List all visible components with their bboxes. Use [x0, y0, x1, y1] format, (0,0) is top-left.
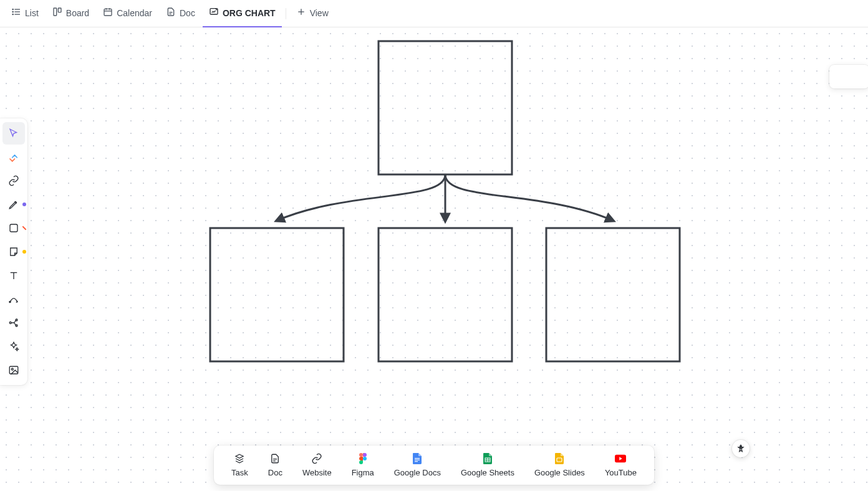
svg-point-25 [11, 368, 13, 370]
svg-point-4 [12, 11, 13, 12]
tab-label: Calendar [117, 8, 152, 18]
pin-button[interactable] [732, 440, 750, 457]
svg-point-33 [363, 457, 367, 460]
dock-website[interactable]: Website [294, 450, 340, 480]
sticky-tool[interactable] [2, 241, 25, 263]
view-tabs-bar: List Board Calendar Doc ORG CHART View [0, 0, 868, 27]
svg-point-20 [9, 301, 11, 302]
connector-root-to-1[interactable] [277, 174, 445, 221]
svg-rect-24 [9, 366, 18, 374]
tab-list[interactable]: List [5, 0, 45, 27]
whiteboard-icon [209, 7, 219, 19]
tab-calendar[interactable]: Calendar [97, 0, 158, 27]
dock-doc[interactable]: Doc [259, 450, 291, 480]
svg-point-32 [359, 457, 363, 460]
ai-tool[interactable] [2, 335, 25, 358]
link-tool[interactable] [2, 169, 25, 192]
shape-color-dot [22, 226, 26, 230]
org-box-root[interactable] [379, 41, 512, 174]
dock-figma[interactable]: Figma [343, 450, 383, 480]
tab-divider [286, 8, 286, 19]
select-tool[interactable] [2, 122, 25, 145]
add-view-button[interactable]: View [290, 0, 335, 27]
svg-rect-6 [54, 8, 57, 16]
svg-rect-36 [415, 458, 420, 459]
dock-gdocs[interactable]: Google Docs [385, 450, 450, 480]
add-view-label: View [310, 8, 329, 18]
svg-point-21 [9, 322, 11, 324]
dock-label: Figma [352, 468, 374, 477]
dock-label: Google Slides [534, 468, 585, 477]
org-box-child-2[interactable] [379, 228, 512, 361]
task-icon [234, 453, 245, 464]
tab-label: List [25, 8, 39, 18]
dock-task[interactable]: Task [223, 450, 257, 480]
tab-org-chart[interactable]: ORG CHART [203, 0, 282, 27]
dock-label: Google Sheets [461, 468, 514, 477]
insert-dock: Task Doc Website Figma Google Docs Googl… [214, 446, 654, 485]
svg-rect-35 [361, 460, 363, 462]
svg-point-5 [12, 14, 13, 14]
org-box-child-1[interactable] [210, 228, 344, 361]
shape-tool[interactable] [2, 217, 25, 239]
dock-label: YouTube [605, 468, 637, 477]
image-tool[interactable] [2, 359, 25, 381]
svg-rect-7 [58, 8, 61, 12]
link-icon [311, 453, 322, 464]
doc-icon [166, 7, 176, 19]
floating-right-panel[interactable] [829, 65, 868, 88]
whiteboard-canvas[interactable] [0, 27, 868, 491]
text-tool[interactable] [2, 264, 25, 287]
pin-icon [736, 444, 745, 453]
mindmap-tool[interactable] [2, 312, 25, 334]
google-slides-icon [554, 453, 565, 464]
dock-label: Google Docs [394, 468, 441, 477]
sticky-color-dot [22, 250, 26, 254]
svg-rect-37 [415, 460, 420, 460]
svg-point-28 [359, 453, 363, 457]
connector-tool[interactable] [2, 288, 25, 310]
clickup-tool[interactable] [2, 146, 25, 168]
svg-rect-8 [104, 9, 112, 16]
tab-doc[interactable]: Doc [160, 0, 201, 27]
dock-gslides[interactable]: Google Slides [526, 450, 594, 480]
google-docs-icon [412, 453, 423, 464]
diagram-svg [0, 27, 868, 491]
svg-rect-38 [415, 461, 418, 462]
pen-color-dot [22, 203, 26, 206]
tab-label: ORG CHART [223, 8, 276, 18]
svg-point-3 [12, 9, 13, 9]
tab-label: Board [66, 8, 89, 18]
google-sheets-icon [482, 453, 493, 464]
figma-icon [357, 453, 369, 464]
whiteboard-toolbar [0, 118, 27, 385]
tab-label: Doc [180, 8, 195, 18]
org-box-child-3[interactable] [546, 228, 680, 361]
dock-youtube[interactable]: YouTube [596, 450, 645, 480]
pen-tool[interactable] [2, 193, 25, 216]
dock-label: Task [231, 468, 248, 477]
youtube-icon [615, 453, 626, 464]
doc-icon [269, 453, 281, 464]
svg-point-30 [363, 453, 367, 457]
dock-gsheets[interactable]: Google Sheets [452, 450, 523, 480]
calendar-icon [103, 7, 113, 19]
tab-board[interactable]: Board [46, 0, 95, 27]
svg-rect-17 [10, 224, 17, 232]
plus-icon [296, 7, 306, 19]
list-icon [11, 7, 21, 19]
connector-root-to-3[interactable] [445, 174, 613, 221]
dock-label: Doc [268, 468, 282, 477]
dock-label: Website [302, 468, 332, 477]
board-icon [52, 7, 62, 19]
